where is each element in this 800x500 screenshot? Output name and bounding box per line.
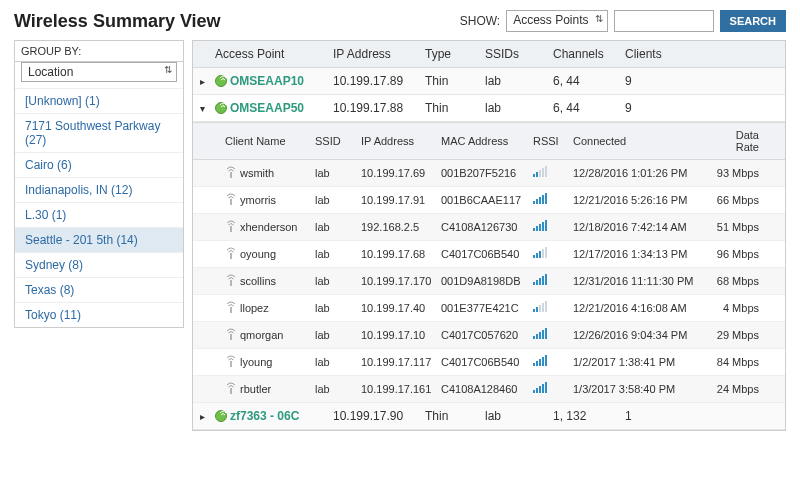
antenna-icon	[225, 193, 237, 207]
client-mac: C4108A126730	[437, 215, 529, 239]
ap-row: ▸OMSEAAP1010.199.17.89Thinlab6, 449	[193, 68, 785, 95]
ap-name-link[interactable]: zf7363 - 06C	[230, 409, 299, 423]
col-data-rate[interactable]: Data Rate	[707, 123, 763, 159]
col-connected[interactable]: Connected	[569, 129, 707, 153]
group-by-label: GROUP BY:	[15, 41, 183, 62]
client-ip: 10.199.17.68	[357, 242, 437, 266]
sidebar-item[interactable]: Indianapolis, IN (12)	[15, 177, 183, 202]
group-by-select[interactable]: Location	[21, 62, 177, 82]
sidebar-item[interactable]: 7171 Southwest Parkway (27)	[15, 113, 183, 152]
group-by-value: Location	[28, 65, 73, 79]
client-mac: C4017C06B540	[437, 242, 529, 266]
client-rssi	[529, 161, 569, 185]
client-header-row: Client NameSSIDIP AddressMAC AddressRSSI…	[193, 122, 785, 160]
col-client-name[interactable]: Client Name	[221, 129, 311, 153]
sidebar-item[interactable]: Seattle - 201 5th (14)	[15, 227, 183, 252]
client-ip: 10.199.17.10	[357, 323, 437, 347]
client-rate: 96 Mbps	[707, 242, 763, 266]
client-rssi	[529, 242, 569, 266]
ap-name-link[interactable]: OMSEAAP50	[230, 101, 304, 115]
col-channels[interactable]: Channels	[549, 41, 621, 67]
col-access-point[interactable]: Access Point	[211, 41, 329, 67]
antenna-icon	[225, 382, 237, 396]
client-rate: 29 Mbps	[707, 323, 763, 347]
antenna-icon	[225, 328, 237, 342]
client-connected: 12/31/2016 11:11:30 PM	[569, 269, 707, 293]
client-rate: 24 Mbps	[707, 377, 763, 401]
col-clients[interactable]: Clients	[621, 41, 671, 67]
sidebar-item[interactable]: L.30 (1)	[15, 202, 183, 227]
client-ssid: lab	[311, 188, 357, 212]
rssi-bars-icon	[533, 248, 547, 258]
ap-ssids: lab	[481, 95, 549, 121]
client-connected: 12/18/2016 7:42:14 AM	[569, 215, 707, 239]
col-type[interactable]: Type	[421, 41, 481, 67]
client-name: oyoung	[240, 248, 276, 260]
col-ssid[interactable]: SSID	[311, 129, 357, 153]
search-input[interactable]	[614, 10, 714, 32]
client-ip: 192.168.2.5	[357, 215, 437, 239]
client-name: rbutler	[240, 383, 271, 395]
client-name: lyoung	[240, 356, 272, 368]
col-ssids[interactable]: SSIDs	[481, 41, 549, 67]
sidebar-item[interactable]: Cairo (6)	[15, 152, 183, 177]
sidebar-item[interactable]: [Unknown] (1)	[15, 88, 183, 113]
client-ip: 10.199.17.40	[357, 296, 437, 320]
status-up-icon	[215, 75, 227, 87]
show-select[interactable]: Access Points	[506, 10, 607, 32]
antenna-icon	[225, 247, 237, 261]
antenna-icon	[225, 301, 237, 315]
client-mac: C4017C057620	[437, 323, 529, 347]
ap-type: Thin	[421, 403, 481, 429]
client-connected: 12/21/2016 5:26:16 PM	[569, 188, 707, 212]
client-connected: 1/3/2017 3:58:40 PM	[569, 377, 707, 401]
show-label: SHOW:	[460, 14, 500, 28]
antenna-icon	[225, 166, 237, 180]
ap-clients: 9	[621, 95, 671, 121]
ap-type: Thin	[421, 95, 481, 121]
antenna-icon	[225, 274, 237, 288]
client-row: qmorganlab10.199.17.10C4017C05762012/26/…	[193, 322, 785, 349]
client-name: scollins	[240, 275, 276, 287]
col-rssi[interactable]: RSSI	[529, 129, 569, 153]
client-row: lyounglab10.199.17.117C4017C06B5401/2/20…	[193, 349, 785, 376]
ap-name-link[interactable]: OMSEAAP10	[230, 74, 304, 88]
search-button[interactable]: SEARCH	[720, 10, 786, 32]
client-ip: 10.199.17.69	[357, 161, 437, 185]
client-row: oyounglab10.199.17.68C4017C06B54012/17/2…	[193, 241, 785, 268]
ap-ip: 10.199.17.89	[329, 68, 421, 94]
client-row: rbutlerlab10.199.17.161C4108A1284601/3/2…	[193, 376, 785, 403]
client-rssi	[529, 350, 569, 374]
ap-ssids: lab	[481, 403, 549, 429]
sidebar-item[interactable]: Sydney (8)	[15, 252, 183, 277]
client-ip: 10.199.17.161	[357, 377, 437, 401]
client-row: scollinslab10.199.17.170001D9A8198DB12/3…	[193, 268, 785, 295]
client-rssi	[529, 188, 569, 212]
chevron-down-icon[interactable]: ▾	[200, 103, 205, 114]
client-name: llopez	[240, 302, 269, 314]
ap-clients: 1	[621, 403, 671, 429]
col-ip-address[interactable]: IP Address	[329, 41, 421, 67]
client-mac: C4017C06B540	[437, 350, 529, 374]
chevron-right-icon[interactable]: ▸	[200, 411, 205, 422]
client-ssid: lab	[311, 161, 357, 185]
sidebar-item[interactable]: Tokyo (11)	[15, 302, 183, 327]
client-connected: 1/2/2017 1:38:41 PM	[569, 350, 707, 374]
client-name: xhenderson	[240, 221, 298, 233]
client-name: qmorgan	[240, 329, 283, 341]
col-mac[interactable]: MAC Address	[437, 129, 529, 153]
client-ip: 10.199.17.170	[357, 269, 437, 293]
rssi-bars-icon	[533, 167, 547, 177]
client-rate: 68 Mbps	[707, 269, 763, 293]
client-rssi	[529, 215, 569, 239]
client-connected: 12/17/2016 1:34:13 PM	[569, 242, 707, 266]
client-mac: 001B6CAAE117	[437, 188, 529, 212]
client-rssi	[529, 323, 569, 347]
ap-type: Thin	[421, 68, 481, 94]
col-client-ip[interactable]: IP Address	[357, 129, 437, 153]
sidebar-item[interactable]: Texas (8)	[15, 277, 183, 302]
client-row: ymorrislab10.199.17.91001B6CAAE11712/21/…	[193, 187, 785, 214]
chevron-right-icon[interactable]: ▸	[200, 76, 205, 87]
ap-channels: 1, 132	[549, 403, 621, 429]
client-rate: 93 Mbps	[707, 161, 763, 185]
